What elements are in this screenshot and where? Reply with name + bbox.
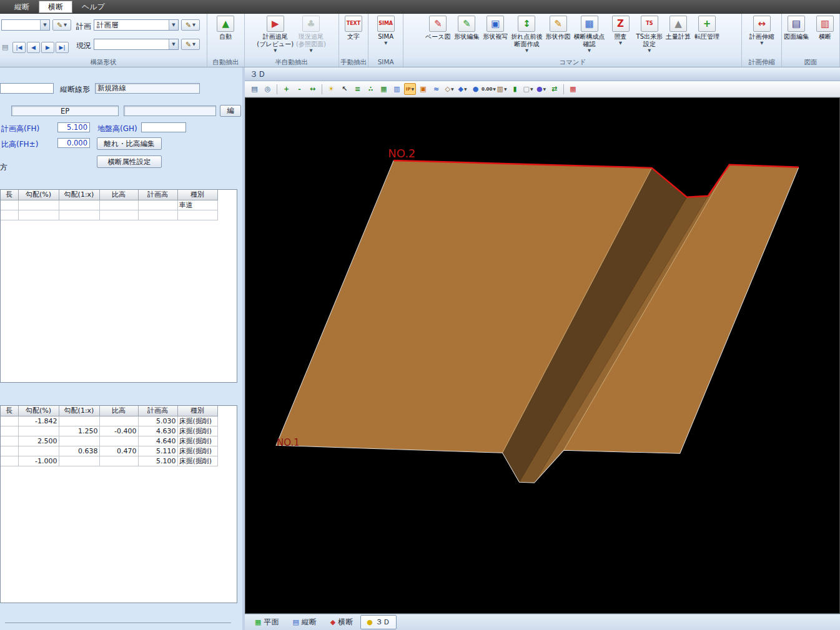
- chevron-down-icon: ▼: [274, 49, 277, 53]
- view-cube-icon[interactable]: ◇▼: [443, 83, 455, 95]
- column-header[interactable]: 種別: [177, 190, 217, 200]
- tab-3d-view[interactable]: ●３Ｄ: [360, 615, 397, 629]
- pitch-grid-icon[interactable]: ▦: [378, 83, 390, 95]
- shape-draw-button[interactable]: ✎形状作図: [544, 14, 573, 57]
- section-point-check-button[interactable]: ▦横断構成点確認▼: [573, 14, 606, 57]
- ground-height-label: 地盤高(GH): [97, 124, 137, 134]
- nav-next-button[interactable]: ▶: [41, 42, 54, 53]
- select-icon[interactable]: ↖: [338, 83, 350, 95]
- render-sphere-icon[interactable]: ●▼: [535, 83, 547, 95]
- zoom-window-icon[interactable]: ◎: [262, 83, 274, 95]
- bar-chart-icon[interactable]: ▮: [509, 83, 521, 95]
- zoom-out-icon[interactable]: -: [294, 83, 305, 95]
- table-row[interactable]: 車道: [1, 200, 217, 210]
- column-header[interactable]: 長: [1, 406, 18, 416]
- table-cell: 床掘(掘削): [177, 416, 217, 426]
- shape-combo[interactable]: ▼: [1, 19, 50, 31]
- table-row[interactable]: 0.6380.4705.110床掘(掘削): [1, 446, 217, 456]
- volume-calc-button[interactable]: ▲土量計算: [664, 14, 693, 57]
- zoom-fit-icon[interactable]: ▤: [249, 83, 260, 95]
- pan-icon[interactable]: ↔: [307, 83, 319, 95]
- base-drawing-button[interactable]: ✎ベース図: [423, 14, 452, 57]
- panel-splitter[interactable]: [5, 623, 231, 623]
- tab-help[interactable]: ヘルプ: [72, 0, 114, 13]
- column-header[interactable]: 勾配(%): [18, 190, 59, 200]
- shape-edit-pencil-button[interactable]: ✎▼: [52, 19, 71, 31]
- column-header[interactable]: 長: [1, 190, 18, 200]
- tab-cross-view[interactable]: ◆横断: [324, 615, 359, 629]
- button-label: 図面編集: [784, 33, 809, 41]
- column-header[interactable]: 比高: [99, 190, 138, 200]
- column-header[interactable]: 勾配(1:x): [59, 406, 99, 416]
- tab-judan[interactable]: 縦断: [5, 0, 39, 13]
- chevron-down-icon[interactable]: ▼: [40, 20, 49, 30]
- compaction-button[interactable]: +転圧管理: [693, 14, 721, 57]
- plan-trace-button[interactable]: ▶計画追尾(プレビュー)▼: [255, 14, 295, 57]
- auto-button[interactable]: ▲自動: [211, 14, 240, 57]
- station-input[interactable]: [0, 83, 54, 94]
- world-icon[interactable]: ●: [470, 83, 482, 95]
- cross-section-button[interactable]: ▥横断: [811, 14, 839, 57]
- nav-prev-button[interactable]: ◀: [27, 42, 40, 53]
- zoom-in-icon[interactable]: +: [280, 83, 292, 95]
- export-doc-icon[interactable]: ▢▼: [522, 83, 534, 95]
- nav-last-button[interactable]: ▶|: [56, 42, 69, 53]
- button-label: 形状複写: [483, 33, 508, 41]
- current-layer-combo[interactable]: ▼: [94, 39, 179, 50]
- table-row[interactable]: 2.5004.640床掘(掘削): [1, 436, 217, 446]
- save-view-icon[interactable]: ▣: [417, 83, 429, 95]
- column-header[interactable]: 計画高: [138, 190, 177, 200]
- plan-pencil-button[interactable]: ✎▼: [181, 19, 200, 31]
- column-header[interactable]: 勾配(%): [18, 406, 59, 416]
- ground-height-input[interactable]: [141, 122, 186, 132]
- nav-first-button[interactable]: |◀: [12, 42, 26, 53]
- shape-edit-button[interactable]: ✎形状編集: [452, 14, 481, 57]
- check-button[interactable]: Z照査▼: [606, 14, 635, 57]
- chevron-down-icon[interactable]: ▼: [169, 20, 178, 30]
- shape-copy-button[interactable]: ▣形状複写: [481, 14, 510, 57]
- sima-button[interactable]: SIMASIMA▼: [372, 14, 400, 57]
- view-direction-icon[interactable]: ◆▼: [457, 83, 468, 95]
- ts-asbuilt-button[interactable]: TSTS出来形設定▼: [635, 14, 664, 57]
- tab-odan[interactable]: 横断: [39, 1, 72, 13]
- 3d-canvas[interactable]: NO.2 NO.1: [245, 97, 840, 614]
- column-header[interactable]: 種別: [177, 406, 217, 416]
- survey-trace-button[interactable]: ♣現況追尾(参照図面)▼: [295, 14, 327, 57]
- grid-points-icon[interactable]: ∴: [365, 83, 377, 95]
- image-icon[interactable]: ▥: [391, 83, 403, 95]
- table-row[interactable]: -1.0005.100床掘(掘削): [1, 456, 217, 466]
- column-header[interactable]: 計画高: [138, 406, 177, 416]
- text-button[interactable]: TEXT文字: [339, 14, 368, 57]
- ip-display-icon[interactable]: IP▼: [404, 83, 416, 95]
- tab-plan-view[interactable]: ▦平面: [249, 615, 285, 629]
- breakpoint-section-button[interactable]: ↕折れ点前後断面作成▼: [510, 14, 543, 57]
- plan-stretch-button[interactable]: ↔計画伸縮▼: [748, 14, 776, 57]
- current-pencil-button[interactable]: ✎▼: [181, 39, 200, 50]
- plan-height-input[interactable]: 5.100: [57, 122, 90, 132]
- relative-height-input[interactable]: 0.000: [57, 138, 90, 148]
- table-row[interactable]: [1, 210, 217, 220]
- sync-icon[interactable]: ⇄: [548, 83, 560, 95]
- 3d-scene[interactable]: NO.2 NO.1: [245, 98, 839, 613]
- dimension-icon[interactable]: 0.00▼: [483, 83, 495, 95]
- table-row[interactable]: 1.250-0.4004.630床掘(掘削): [1, 426, 217, 436]
- section-view-icon[interactable]: ▥▼: [496, 83, 508, 95]
- chevron-down-icon[interactable]: ▼: [169, 39, 178, 49]
- plan-layer-combo[interactable]: 計画層 ▼: [94, 19, 179, 31]
- column-header[interactable]: 比高: [99, 406, 138, 416]
- column-header[interactable]: 勾配(1:x): [59, 190, 99, 200]
- offset-edit-button[interactable]: 離れ・比高編集: [97, 137, 162, 150]
- table-cell: -0.400: [99, 426, 138, 436]
- section-attr-button[interactable]: 横断属性設定: [97, 155, 162, 168]
- drawing-edit-button[interactable]: ▤図面編集: [782, 14, 811, 57]
- table-row[interactable]: -1.8425.030床掘(掘削): [1, 416, 217, 426]
- viewport-toolbar: ▤◎+-↔☀↖≡∴▦▥IP▼▣≈◇▼◆▼●0.00▼▥▼▮▢▼●▼⇄▦: [245, 81, 840, 97]
- tab-profile-view[interactable]: ▤縦断: [286, 615, 322, 629]
- shape-draw-icon: ✎: [550, 16, 567, 32]
- contour-icon[interactable]: ≈: [430, 83, 442, 95]
- display-settings-icon[interactable]: ▦: [567, 83, 579, 95]
- edit-button[interactable]: 編: [220, 105, 241, 117]
- ribbon-group-commands: ✎ベース図✎形状編集▣形状複写↕折れ点前後断面作成▼✎形状作図▦横断構成点確認▼…: [403, 14, 742, 67]
- section-lines-icon[interactable]: ≡: [352, 83, 363, 95]
- light-icon[interactable]: ☀: [325, 83, 337, 95]
